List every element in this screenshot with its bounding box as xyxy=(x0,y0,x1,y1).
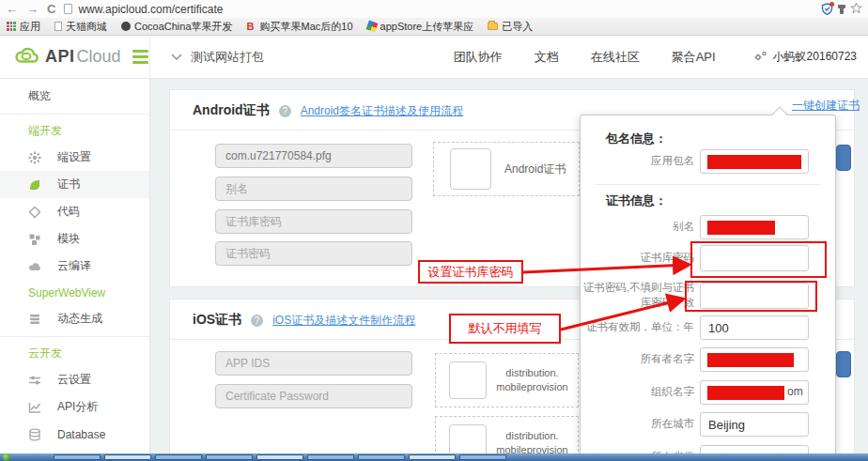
project-selector[interactable]: 测试网站打包 xyxy=(150,49,264,66)
ios-help-link[interactable]: iOS证书及描述文件制作流程 xyxy=(272,313,415,329)
shield-icon[interactable] xyxy=(821,3,833,15)
taskbar-window-button[interactable] xyxy=(54,454,101,460)
taskbar-window-button[interactable] xyxy=(155,454,202,460)
pin-icon[interactable] xyxy=(840,5,844,14)
android-save-button[interactable] xyxy=(836,145,851,171)
divider xyxy=(0,114,149,115)
sidebar-item-cloud-settings[interactable]: 云设置 xyxy=(0,366,149,393)
code-diamond-icon xyxy=(28,206,41,219)
taskbar-window-button[interactable] xyxy=(104,454,151,460)
cert-password-field[interactable] xyxy=(700,283,809,309)
apicloud-logo[interactable]: API Cloud xyxy=(0,36,150,78)
back-icon[interactable]: ← xyxy=(6,3,18,15)
android-alias-input[interactable] xyxy=(215,177,412,201)
android-keystore-password-input[interactable] xyxy=(215,209,412,234)
ios-provision-upload-box-1: distribution. mobileprovision xyxy=(435,353,579,407)
android-card-title: Android证书 xyxy=(193,102,270,119)
app-header: API Cloud 测试网站打包 团队协作 文档 在线社区 聚合API 小蚂蚁2… xyxy=(0,36,868,79)
bookmark-tmall[interactable]: 天猫商城 xyxy=(54,20,107,34)
sidebar-item-overview[interactable]: 概览 xyxy=(0,83,149,110)
sidebar-item-module[interactable]: 模块 xyxy=(0,225,149,253)
android-package-input[interactable] xyxy=(215,144,412,168)
upload-square[interactable] xyxy=(449,361,487,399)
nav-team[interactable]: 团队协作 xyxy=(454,49,503,66)
sidebar-item-client-settings[interactable]: 端设置 xyxy=(0,144,149,171)
sidebar-item-dynamic-generate[interactable]: 动态生成 xyxy=(0,305,149,332)
nav-aggregate-api[interactable]: 聚合API xyxy=(672,49,716,66)
validity-field[interactable]: 100 xyxy=(700,315,809,340)
sidebar-item-cloud-compile[interactable]: 云编译 xyxy=(0,253,149,280)
user-menu[interactable]: 小蚂蚁20160723 xyxy=(753,49,857,65)
forward-icon[interactable]: → xyxy=(26,3,39,15)
alias-field[interactable] xyxy=(700,215,809,239)
divider xyxy=(596,184,820,185)
android-cert-upload-box: Android证书 xyxy=(433,142,580,196)
browser-toolbar: ← → C www.apicloud.com/certificate xyxy=(0,0,868,18)
taskbar-window-button[interactable] xyxy=(206,454,253,460)
validity-label: 证书有效期，单位：年 xyxy=(581,320,700,335)
bookmark-mac-guide[interactable]: B 购买苹果Mac后的10 xyxy=(247,20,353,34)
keystore-password-field[interactable] xyxy=(700,245,809,271)
android-cert-password-input[interactable] xyxy=(215,241,412,266)
org-name-field[interactable]: om xyxy=(700,380,809,405)
page-icon xyxy=(64,4,72,14)
taskbar-window-button[interactable] xyxy=(409,454,456,460)
redaction-block xyxy=(707,353,794,367)
redaction-block xyxy=(707,155,801,169)
ios-cert-password-input[interactable] xyxy=(215,384,412,408)
reload-icon[interactable]: C xyxy=(47,3,55,15)
address-bar[interactable]: www.apicloud.com/certificate xyxy=(64,3,813,16)
taskbar-window-button[interactable] xyxy=(256,454,303,460)
android-upload-label: Android证书 xyxy=(504,161,566,177)
taskbar-window-button[interactable] xyxy=(358,454,405,460)
upload-square[interactable] xyxy=(450,148,491,190)
bookmark-apps[interactable]: 应用 xyxy=(7,20,40,34)
start-button-icon[interactable] xyxy=(3,453,10,461)
chevron-down-icon xyxy=(171,54,182,60)
layers-icon xyxy=(28,313,41,326)
cert-section-title: 证书信息： xyxy=(606,192,667,209)
sidebar-item-certificate[interactable]: 证书 xyxy=(0,171,149,198)
bookmark-imported-folder[interactable]: 已导入 xyxy=(488,20,533,34)
ios-save-button[interactable] xyxy=(836,351,851,377)
city-field[interactable]: Beijing xyxy=(700,412,809,437)
divider xyxy=(0,336,149,337)
help-question-icon[interactable]: ? xyxy=(279,105,291,117)
nav-docs[interactable]: 文档 xyxy=(535,49,559,66)
cert-password-label: 证书密码,不填则与证书库密码一致 xyxy=(581,281,700,310)
alias-label: 别名 xyxy=(581,220,700,235)
logo-text-cloud: Cloud xyxy=(77,47,121,67)
sidebar-item-database[interactable]: Database xyxy=(0,421,149,448)
nav-community[interactable]: 在线社区 xyxy=(591,49,640,66)
org-visible-text: om xyxy=(787,385,803,398)
package-name-field[interactable] xyxy=(700,149,809,174)
ios-appids-input[interactable] xyxy=(215,351,412,376)
username: 小蚂蚁20160723 xyxy=(773,49,857,65)
org-name-label: 组织名字 xyxy=(581,385,700,400)
bookmark-appstore[interactable]: appStore上传苹果应 xyxy=(367,20,474,34)
sidebar-item-api-analysis[interactable]: API分析 xyxy=(0,393,149,421)
menu-hamburger-icon[interactable] xyxy=(132,50,148,64)
sliders-icon xyxy=(28,374,41,387)
help-question-icon[interactable]: ? xyxy=(251,315,263,327)
ios-upload-label: distribution. mobileprovision xyxy=(487,366,578,395)
sidebar: 概览 端开发 端设置 证书 代码 模块 xyxy=(0,79,150,453)
url-text[interactable]: www.apicloud.com/certificate xyxy=(78,3,223,16)
sidebar-item-code[interactable]: 代码 xyxy=(0,198,149,225)
windows-taskbar xyxy=(0,453,868,461)
android-help-link[interactable]: Android签名证书描述及使用流程 xyxy=(301,103,463,119)
folder-icon xyxy=(488,23,498,30)
bookmark-star-icon[interactable] xyxy=(850,1,862,18)
cocoachina-icon xyxy=(121,22,131,31)
sidebar-section-superwebview: SuperWebView xyxy=(0,280,149,305)
bookmark-cocoachina[interactable]: CocoaChina苹果开发 xyxy=(121,20,233,34)
taskbar-window-button[interactable] xyxy=(459,454,506,460)
taskbar-window-button[interactable] xyxy=(307,454,354,460)
package-section-title: 包名信息： xyxy=(606,131,667,147)
module-puzzle-icon xyxy=(28,233,41,246)
page-icon xyxy=(54,22,62,31)
create-certificate-link[interactable]: 一键创建证书 xyxy=(792,98,860,114)
owner-name-field[interactable] xyxy=(700,347,809,372)
city-label: 所在城市 xyxy=(581,417,700,432)
database-icon xyxy=(28,428,41,441)
